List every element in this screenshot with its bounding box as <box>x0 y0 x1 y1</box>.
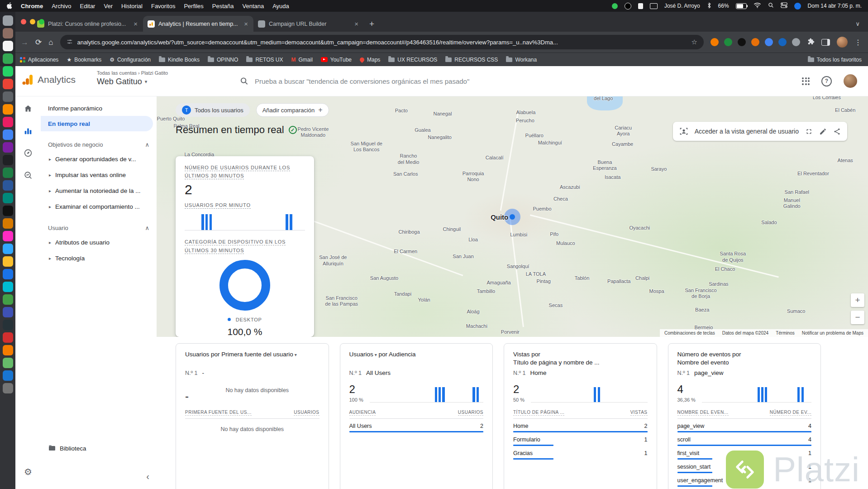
edit-icon[interactable] <box>819 128 827 135</box>
rail-home-icon[interactable] <box>19 100 37 118</box>
tab-close-icon[interactable]: × <box>133 20 138 28</box>
add-comparison-chip[interactable]: Añadir comparación + <box>256 103 329 117</box>
dock-app-icon[interactable] <box>3 104 13 115</box>
browser-tab[interactable]: Campaign URL Builder× <box>253 16 364 32</box>
window-status-icon[interactable] <box>650 3 658 9</box>
menu-item[interactable]: Chrome <box>21 3 43 10</box>
all-users-chip[interactable]: T Todos los usuarios <box>176 103 250 117</box>
help-icon[interactable]: ? <box>821 76 832 86</box>
dock-app-icon[interactable] <box>3 66 13 77</box>
bookmark-item[interactable]: Aplicaciones <box>20 57 58 63</box>
tab-close-icon[interactable]: × <box>243 20 249 28</box>
zoom-window-button[interactable] <box>39 19 44 24</box>
nav-sub-item[interactable]: ▸Generar oportunidades de v... <box>41 151 157 167</box>
dock-app-icon[interactable] <box>3 269 13 279</box>
bluetooth-icon[interactable] <box>707 2 711 10</box>
menu-item[interactable]: Ver <box>104 3 113 10</box>
nav-sub-item[interactable]: ▸Impulsar las ventas online <box>41 167 157 183</box>
dock-app-icon[interactable] <box>3 218 13 229</box>
dock-app-icon[interactable] <box>3 53 13 64</box>
card-title[interactable]: Número de eventos por Nombre del evento <box>677 350 812 369</box>
bookmark-item[interactable]: ★Bookmarks <box>67 57 101 63</box>
dock-app-icon[interactable] <box>3 294 13 305</box>
expand-arrow-icon[interactable]: ▸ <box>49 173 51 177</box>
dock-app-icon[interactable] <box>3 15 13 26</box>
nav-section-user[interactable]: Usuario ∧ <box>41 221 157 235</box>
bookmark-item[interactable]: YouTube <box>321 57 352 63</box>
map-attribution-item[interactable]: Términos <box>776 331 795 336</box>
nav-sub-item[interactable]: ▸Atributos de usuario <box>41 235 157 250</box>
chrome-profile-avatar[interactable] <box>837 37 848 48</box>
extension-icon[interactable] <box>765 38 773 46</box>
dock-app-icon[interactable] <box>3 370 13 381</box>
nav-item-snapshot[interactable]: Informe panorámico <box>41 101 157 116</box>
expand-arrow-icon[interactable]: ▸ <box>49 188 51 193</box>
map-attribution-item[interactable]: Notificar un problema de Maps <box>802 331 863 336</box>
extension-icon[interactable] <box>778 38 787 46</box>
reload-button[interactable]: ⟳ <box>35 38 42 46</box>
bookmark-star-icon[interactable]: ☆ <box>692 38 697 46</box>
fullscreen-icon[interactable] <box>805 128 813 135</box>
new-tab-button[interactable]: + <box>364 19 380 32</box>
card-title[interactable]: Vistas por Título de página y nombre de … <box>513 350 648 369</box>
menu-item[interactable]: Pestaña <box>212 3 234 10</box>
extensions-puzzle-icon[interactable] <box>807 38 815 47</box>
nav-item-realtime[interactable]: En tiempo real <box>41 116 153 131</box>
ga-brand[interactable]: Analytics <box>22 74 76 86</box>
rail-reports-icon[interactable] <box>19 122 37 140</box>
collapse-nav-icon[interactable]: ‹ <box>146 471 149 482</box>
dock-app-icon[interactable] <box>3 28 13 38</box>
dock-app-icon[interactable] <box>3 129 13 140</box>
forward-button[interactable]: → <box>21 38 29 46</box>
share-icon[interactable] <box>833 128 841 135</box>
spotlight-search-icon[interactable] <box>768 2 774 10</box>
admin-gear-icon[interactable]: ⚙ <box>19 463 37 481</box>
card-title[interactable]: Usuarios▾ por Audiencia <box>349 350 484 369</box>
nav-item-library[interactable]: Biblioteca <box>41 441 95 456</box>
menu-item[interactable]: Ayuda <box>272 3 289 10</box>
ga-search[interactable]: Prueba a buscar "tendencia de conversion… <box>240 77 469 86</box>
menu-item[interactable]: Perfiles <box>184 3 203 10</box>
menubar-clock[interactable]: Dom 14 abr 7:05 p. m. <box>808 3 862 9</box>
dock-app-icon[interactable] <box>3 383 13 393</box>
bookmark-item[interactable]: Maps <box>360 57 380 63</box>
user-switcher-avatar[interactable] <box>794 3 801 10</box>
extension-icon[interactable] <box>751 38 759 46</box>
dock-app-icon[interactable] <box>3 320 13 330</box>
dock-app-icon[interactable] <box>3 244 13 254</box>
close-window-button[interactable] <box>21 19 26 24</box>
map-attribution-item[interactable]: Combinaciones de teclas <box>664 331 715 336</box>
bookmark-item[interactable]: Workana <box>506 57 537 63</box>
menu-item[interactable]: Archivo <box>52 3 71 10</box>
document-status-icon[interactable] <box>638 3 643 9</box>
control-center-icon[interactable] <box>781 2 787 10</box>
dock-app-icon[interactable] <box>3 358 13 368</box>
menu-item[interactable]: Ventana <box>242 3 264 10</box>
status-dot-dark-icon[interactable] <box>625 3 631 10</box>
status-dot-green-icon[interactable] <box>612 3 618 9</box>
bookmark-item[interactable]: RECURSOS CSS <box>445 57 498 63</box>
expand-arrow-icon[interactable]: ▸ <box>49 157 51 162</box>
bookmark-item[interactable]: OPINNO <box>208 57 238 63</box>
dock-app-icon[interactable] <box>3 332 13 343</box>
bookmark-item[interactable]: UX RECURSOS <box>388 57 437 63</box>
property-selector[interactable]: Web Gatituo ▾ <box>97 77 168 86</box>
dock-app-icon[interactable] <box>3 231 13 241</box>
browser-tab[interactable]: Platzi: Cursos online profesio...× <box>33 16 143 32</box>
home-button[interactable]: ⌂ <box>48 38 53 46</box>
wifi-icon[interactable] <box>754 2 761 10</box>
extension-icon[interactable] <box>738 38 746 46</box>
data-quality-check-icon[interactable]: ✓ <box>289 126 297 134</box>
expand-arrow-icon[interactable]: ▸ <box>49 240 51 245</box>
browser-tab[interactable]: Analytics | Resumen en tiemp...× <box>143 16 253 32</box>
zoom-out-button[interactable]: − <box>851 311 864 324</box>
rail-explore-icon[interactable] <box>19 144 37 162</box>
side-panel-icon[interactable] <box>821 39 830 46</box>
expand-arrow-icon[interactable]: ▸ <box>49 256 51 261</box>
bookmark-item[interactable]: MGmail <box>291 57 313 63</box>
bookmark-item[interactable]: Kindle Books <box>159 57 200 63</box>
chrome-menu-icon[interactable]: ⋮ <box>854 38 862 47</box>
rail-advertising-icon[interactable] <box>19 166 37 184</box>
dock-app-icon[interactable] <box>3 117 13 127</box>
bookmark-item[interactable]: RETOS UX <box>246 57 283 63</box>
